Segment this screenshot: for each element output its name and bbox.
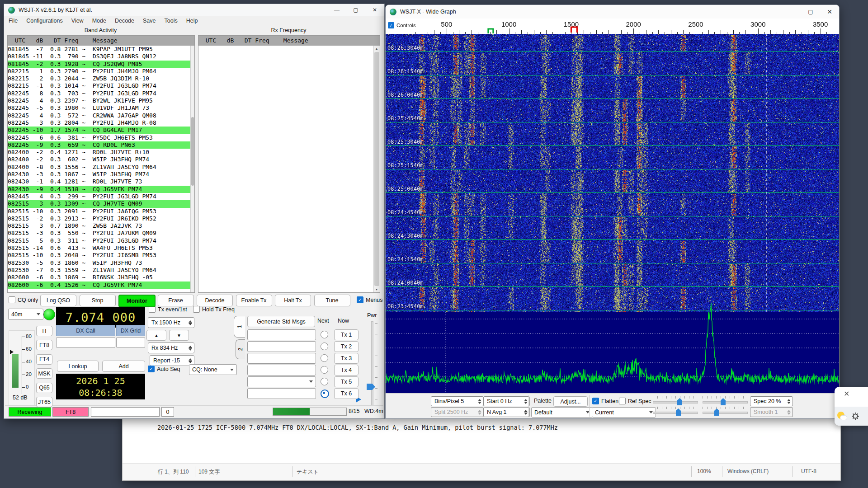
decode-row[interactable]: 082515 5 0.3 311 ~ PY2FUI JG3LGD PM74	[8, 237, 194, 244]
menus-checkbox[interactable]: ✓ Menus	[357, 296, 383, 303]
decode-row[interactable]: 082530 -5 0.3 1860 ~ W5IP JH3FHQ 73	[8, 259, 194, 267]
next-radio-4[interactable]	[321, 366, 328, 374]
next-radio-6[interactable]	[321, 389, 329, 398]
decode-row[interactable]: 082515 -14 0.6 413 ~ WA4FU JH6ETS PM53	[8, 244, 194, 252]
log-qso-button[interactable]: Log QSO	[40, 295, 76, 306]
gear-icon[interactable]	[850, 411, 861, 422]
decode-row[interactable]: 082515 -10 0.3 2048 ~ PY2FUI JI6SMB PM53	[8, 252, 194, 259]
decode-row-cq[interactable]: 082245 -10 1.7 1574 ~ CQ BG4LAE PM17	[8, 127, 194, 134]
tx-freq-up-button[interactable]: ▲	[146, 330, 166, 341]
decode-row-cq[interactable]: 082515 -3 0.3 1309 ~ CQ JH7VTE QM09	[8, 200, 194, 207]
spectrum-zero-slider[interactable]	[703, 407, 748, 416]
halt-tx-button[interactable]: Halt Tx	[275, 295, 311, 306]
tx-message-input-6[interactable]	[247, 388, 316, 399]
tx-message-input-1[interactable]	[247, 329, 316, 340]
tx-message-input-3[interactable]	[247, 353, 316, 364]
menu-item-mode[interactable]: Mode	[92, 18, 106, 24]
tx-freq-spinner[interactable]: Tx 1500 Hz	[148, 317, 194, 328]
weather-icon[interactable]	[836, 411, 847, 422]
decode-row[interactable]: 082600 -6 0.3 1869 ~ BI6NSK JH3FHQ -05	[8, 274, 194, 281]
adjust-button[interactable]: Adjust...	[553, 396, 588, 407]
cq-only-checkbox[interactable]: CQ only	[9, 296, 38, 303]
cq-select[interactable]: CQ: None	[189, 364, 237, 375]
mode-button-ft4[interactable]: FT4	[36, 354, 52, 365]
monitor-button[interactable]: Monitor	[118, 295, 156, 307]
main-titlebar[interactable]: WSJT-X v2.6.1 by K1JT et al. — ▢ ✕	[4, 4, 384, 16]
now-tx6-button[interactable]: Tx 6	[334, 388, 359, 399]
now-tx1-button[interactable]: Tx 1	[334, 329, 359, 340]
now-tx5-button[interactable]: Tx 5	[334, 376, 359, 387]
bins-pixel-spinner[interactable]: Bins/Pixel 5	[431, 396, 484, 406]
hold-tx-freq-checkbox[interactable]: Hold Tx Freq	[193, 306, 235, 313]
waterfall-zero-slider[interactable]	[653, 407, 698, 416]
mode-button-jt65[interactable]: JT65	[36, 397, 52, 407]
menu-item-file[interactable]: File	[9, 18, 18, 24]
now-tx2-button[interactable]: Tx 2	[334, 341, 359, 352]
charset[interactable]: UTF-8	[801, 468, 816, 474]
menu-item-configurations[interactable]: Configurations	[26, 18, 63, 24]
next-radio-2[interactable]	[321, 343, 328, 350]
now-tx4-button[interactable]: Tx 4	[334, 365, 359, 375]
decode-button[interactable]: Decode	[197, 295, 233, 306]
spinner-arrows-icon[interactable]	[524, 399, 529, 404]
decode-row[interactable]: 082245 8 0.3 703 ~ PY2FUI JG3LGD PM74	[8, 90, 194, 97]
decode-row[interactable]: 082515 -10 0.3 2091 ~ PY2FUI JA6IQG PM53	[8, 208, 194, 215]
decode-row[interactable]: 082515 3 0.7 1890 ~ ZW5B JA2JVK 73	[8, 222, 194, 230]
tx-freq-down-button[interactable]: ▼	[169, 330, 189, 341]
tx-message-input-4[interactable]	[247, 365, 316, 375]
decode-row[interactable]: 082245 -4 0.3 2397 ~ BY2WL JK1FVE PM95	[8, 97, 194, 104]
controls-checkbox[interactable]: ✓ Controls	[388, 22, 416, 28]
generate-std-msgs-button[interactable]: Generate Std Msgs	[247, 316, 315, 327]
close-button[interactable]: ✕	[820, 5, 839, 19]
dx-call-input[interactable]	[56, 337, 115, 348]
rx-frequency-table[interactable]: UTC dB DT Freq Message ▲ ▼	[198, 35, 380, 293]
pwr-slider[interactable]	[364, 321, 382, 412]
next-radio-1[interactable]	[321, 331, 328, 338]
decode-row[interactable]: 082400 -2 0.4 1271 ~ RD0L JH7VTE R+10	[8, 149, 194, 156]
dx-grid-input[interactable]	[116, 337, 145, 348]
menu-item-view[interactable]: View	[71, 18, 84, 24]
decode-row-cq[interactable]: 082600 -6 0.4 1526 ~ CQ JG5VFK PM74	[8, 282, 194, 289]
menu-item-save[interactable]: Save	[143, 18, 156, 24]
band-activity-body[interactable]: 081845 -7 0.8 2781 ~ K9PAP JM1UTT PM9508…	[8, 46, 194, 292]
rx-freq-spinner[interactable]: Rx 834 Hz	[148, 343, 194, 353]
band-activity-scrollbar[interactable]	[190, 46, 194, 292]
n-avg-spinner[interactable]: N Avg 1	[483, 407, 530, 417]
decode-row-cq[interactable]: 082430 -9 0.4 1518 ~ CQ JG5VFK PM74	[8, 186, 194, 193]
spectrum-gain-slider[interactable]	[703, 396, 748, 405]
decode-row[interactable]: 082430 -3 0.3 1867 ~ W5IP JH3FHQ PM74	[8, 171, 194, 178]
decode-row[interactable]: 082215 -1 0.3 1014 ~ PY2FUI JG3LGD PM74	[8, 82, 194, 89]
enable-tx-button[interactable]: Enable Tx	[236, 295, 272, 306]
tx-message-input-2[interactable]	[247, 341, 316, 352]
menu-item-decode[interactable]: Decode	[115, 18, 134, 24]
decode-row[interactable]: 082245 4 0.3 572 ~ CR2WWA JA7GAP QM08	[8, 112, 194, 119]
spinner-arrows-icon[interactable]	[478, 399, 483, 404]
decode-row[interactable]: 082515 -2 0.3 2913 ~ PY2FUI JR6IKD PM52	[8, 215, 194, 222]
stop-button[interactable]: Stop	[80, 295, 116, 306]
ref-spec-checkbox[interactable]: Ref Spec	[619, 398, 651, 404]
line-ending[interactable]: Windows (CRLF)	[727, 468, 769, 474]
band-select[interactable]: 40m	[8, 309, 43, 320]
maximize-button[interactable]: ▢	[801, 5, 820, 19]
decode-row-cq[interactable]: 081845 -2 0.3 1928 ~ CQ JS2QWQ PM85	[8, 61, 194, 68]
spinner-arrows-icon[interactable]	[189, 346, 194, 351]
now-tx3-button[interactable]: Tx 3	[334, 353, 359, 364]
palette-select[interactable]: Default	[531, 407, 593, 418]
add-button[interactable]: Add	[102, 361, 145, 372]
decode-row-cq[interactable]: 082245 -9 0.3 659 ~ CQ RD0L PN63	[8, 141, 194, 149]
pwr-slider-handle[interactable]	[367, 384, 375, 390]
zoom-level[interactable]: 100%	[697, 468, 711, 474]
next-radio-3[interactable]	[321, 354, 328, 362]
lookup-button[interactable]: Lookup	[57, 361, 99, 372]
decode-row[interactable]: 082445 4 0.3 299 ~ PY2FUI JG3LGD PM74	[8, 193, 194, 200]
report-spinner[interactable]: Report -15	[150, 355, 194, 366]
wide-graph-titlebar[interactable]: WSJT-X - Wide Graph — ▢ ✕	[386, 5, 839, 19]
mode-button-msk[interactable]: MSK	[36, 368, 52, 379]
next-radio-5[interactable]	[321, 378, 328, 385]
decode-row[interactable]: 082245 -5 0.3 1980 ~ LU1VDF JH1JAM 73	[8, 104, 194, 112]
popup-close-icon[interactable]: ✕	[844, 389, 849, 398]
decode-row[interactable]: 082515 -3 0.3 550 ~ PY2FUI JA7UKM QM09	[8, 230, 194, 237]
decode-row[interactable]: 082245 -6 0.6 381 ~ PY5DC JH6ETS PM53	[8, 134, 194, 141]
decode-row[interactable]: 082430 -1 0.4 1281 ~ RD0L JH7VTE 73	[8, 178, 194, 185]
spinner-arrows-icon[interactable]	[787, 399, 793, 404]
